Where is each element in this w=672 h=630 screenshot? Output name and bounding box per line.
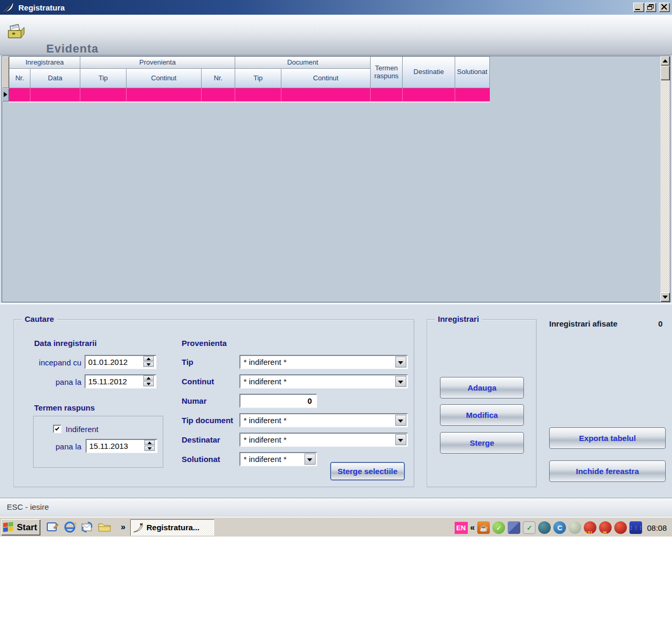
export-table-button[interactable]: Exporta tabelul [549, 427, 666, 449]
add-button[interactable]: Adauga [440, 377, 524, 398]
close-button[interactable] [659, 3, 670, 12]
chevron-down-icon[interactable] [304, 454, 316, 465]
selected-row-cell[interactable] [127, 88, 202, 101]
group-header-provenienta[interactable]: Provenienta [80, 56, 235, 69]
status-ball-tray-icon[interactable] [569, 521, 581, 534]
page-title: Evidenta [46, 42, 99, 56]
scrollbar-thumb[interactable] [660, 66, 670, 80]
c-app-tray-icon[interactable]: C [553, 521, 566, 534]
status-text: ESC - iesire [7, 502, 49, 511]
task-button-registratura[interactable]: Registratura... [130, 519, 214, 536]
close-window-button[interactable]: Inchide fereastra [549, 460, 666, 482]
date-to-spinner[interactable] [143, 375, 154, 386]
col-header-continut-doc[interactable]: Continut [281, 68, 371, 88]
quicklaunch-overflow-chevron[interactable]: » [121, 522, 125, 532]
minimize-button[interactable] [633, 3, 644, 12]
termen-to-spinner[interactable] [144, 440, 155, 451]
displayed-records-label: Inregistrari afisate [549, 319, 617, 328]
email-icon[interactable] [80, 520, 94, 534]
col-header-destinatie[interactable]: Destinatie [402, 56, 455, 88]
solutionat-label: Solutionat [182, 455, 220, 464]
grid-vertical-scrollbar[interactable] [660, 56, 670, 302]
continut-combobox[interactable]: * indiferent * [239, 374, 408, 388]
col-header-nr-prov[interactable]: Nr. [201, 68, 235, 88]
spinner-up-icon[interactable] [144, 440, 155, 445]
chevron-down-icon[interactable] [395, 356, 406, 368]
termen-section-title: Termen raspuns [34, 403, 95, 412]
tip-document-combobox[interactable]: * indiferent * [239, 413, 408, 427]
chevron-down-icon[interactable] [395, 415, 406, 426]
edit-button[interactable]: Modifica [440, 404, 524, 426]
solutionat-combobox[interactable]: * indiferent * [239, 452, 317, 466]
red-ball-2k-tray-icon[interactable]: 2K [599, 521, 612, 534]
col-header-solutionat[interactable]: Solutionat [455, 56, 490, 88]
arrow-up-icon [663, 59, 668, 62]
puzzle-tray-icon[interactable] [508, 521, 520, 534]
records-grid: Inregistrarea Provenienta Document Nr. D… [2, 56, 670, 302]
check-icon [55, 426, 59, 430]
col-header-termen-raspuns[interactable]: Termen raspuns [370, 56, 403, 88]
group-header-inregistrarea[interactable]: Inregistrarea [9, 56, 80, 69]
taskbar-clock[interactable]: 08:08 [647, 523, 667, 532]
tray-collapse-chevron[interactable]: « [470, 523, 475, 532]
destinatar-combobox[interactable]: * indiferent * [239, 433, 408, 447]
selected-row-cell[interactable] [80, 88, 127, 101]
row-selector-cell[interactable] [2, 88, 9, 101]
date-from-label: incepand cu [25, 358, 81, 367]
chevron-down-icon[interactable] [395, 434, 406, 445]
internet-explorer-icon[interactable] [63, 520, 77, 534]
spinner-up-icon[interactable] [143, 356, 154, 361]
spinner-up-icon[interactable] [143, 375, 154, 381]
scroll-up-button[interactable] [660, 56, 670, 66]
group-header-document[interactable]: Document [235, 56, 371, 69]
application-window: Registratura Evidenta Inregistrarea Prov… [0, 0, 672, 537]
date-from-spinner[interactable] [143, 356, 154, 367]
selected-row-cell[interactable] [30, 88, 80, 101]
provenienta-section-title: Provenienta [182, 339, 227, 348]
records-group-title: Inregistrari [435, 314, 482, 323]
date-section-title: Data inregistrarii [34, 339, 97, 348]
tray-badge-ls1: LS1 [585, 531, 592, 534]
selected-row-cell[interactable] [281, 88, 371, 101]
status-bar: ESC - iesire [0, 498, 672, 516]
col-header-tip-doc[interactable]: Tip [235, 68, 281, 88]
selected-row-cell[interactable] [455, 88, 490, 101]
globe-tray-icon[interactable] [538, 521, 551, 534]
col-header-continut-prov[interactable]: Continut [126, 68, 202, 88]
selected-row-cell[interactable] [202, 88, 235, 101]
red-ball-ls1-tray-icon[interactable]: LS1 [584, 521, 596, 534]
spinner-down-icon[interactable] [143, 362, 154, 367]
java-tray-icon[interactable]: ☕ [477, 521, 490, 534]
selected-row-cell[interactable] [9, 88, 30, 101]
scroll-down-button[interactable] [660, 292, 670, 302]
red-ball-tray-icon[interactable] [614, 521, 627, 534]
chevron-down-icon[interactable] [395, 376, 406, 387]
col-header-data[interactable]: Data [30, 68, 80, 88]
tip-document-label: Tip document [182, 416, 233, 425]
language-indicator[interactable]: EN [455, 522, 468, 534]
lower-panel: Cautare Data inregistrarii incepand cu p… [0, 303, 672, 498]
spinner-down-icon[interactable] [143, 381, 154, 386]
numar-field[interactable] [239, 394, 317, 408]
restore-button[interactable] [645, 3, 656, 12]
continut-label: Continut [182, 377, 214, 386]
updates-tray-icon[interactable]: ✓ [523, 521, 536, 534]
tray-badge-2k: 2K [602, 531, 607, 534]
keypad-tray-icon[interactable]: ⋮⋮⋮ [629, 521, 642, 534]
start-button[interactable]: Start [1, 519, 40, 536]
selected-row-cell[interactable] [235, 88, 281, 101]
col-header-tip-prov[interactable]: Tip [80, 68, 127, 88]
clear-selections-button[interactable]: Sterge selectiile [330, 462, 405, 480]
folder-icon[interactable] [98, 520, 111, 534]
continut-combobox-value: * indiferent * [244, 377, 287, 386]
spinner-down-icon[interactable] [144, 446, 155, 451]
tip-combobox[interactable]: * indiferent * [239, 355, 408, 369]
displayed-records-value: 0 [658, 319, 663, 328]
col-header-nr-inreg[interactable]: Nr. [9, 68, 30, 88]
selected-row-cell[interactable] [371, 88, 403, 101]
delete-button[interactable]: Sterge [440, 432, 524, 454]
antivirus-check-tray-icon[interactable]: ✓ [492, 521, 505, 534]
selected-row-cell[interactable] [403, 88, 455, 101]
indiferent-checkbox[interactable] [53, 425, 61, 433]
show-desktop-icon[interactable] [46, 520, 59, 534]
